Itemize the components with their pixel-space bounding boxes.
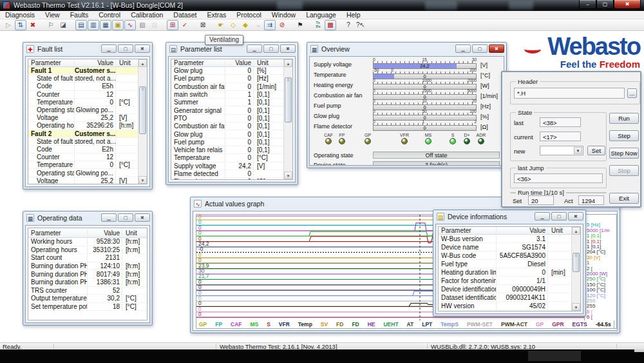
scroll-down-arrow[interactable]: ▼ xyxy=(138,176,147,184)
checkmark-icon[interactable]: ✓ xyxy=(179,20,191,30)
scroll-up-arrow[interactable]: ▲ xyxy=(138,59,147,67)
header-field[interactable]: *.H xyxy=(514,88,625,99)
table-row[interactable]: main switch1[0,1] xyxy=(171,91,283,99)
overview-window-icon[interactable]: ▣ xyxy=(112,20,124,30)
minimize-button[interactable]: ▁ xyxy=(101,44,117,53)
step-forward-icon[interactable]: ◇ xyxy=(227,20,239,30)
menu-item-calibration[interactable]: Calibration xyxy=(126,11,168,19)
browse-button[interactable]: ... xyxy=(627,88,637,98)
resize-grip[interactable] xyxy=(634,349,644,352)
menu-item-diagnosis[interactable]: Diagnosis xyxy=(0,11,40,19)
menu-item-protocol[interactable]: Protocol xyxy=(231,11,267,19)
table-row[interactable]: W-Bus version3.1 xyxy=(439,235,571,243)
table-row[interactable]: HW version45/02 xyxy=(439,302,571,310)
graph-window-icon[interactable]: ∿ xyxy=(124,20,136,30)
menu-item-help[interactable]: Help xyxy=(341,11,366,19)
menu-item-language[interactable]: Language xyxy=(301,11,341,19)
scroll-down-arrow[interactable]: ▼ xyxy=(284,172,292,179)
fault-list-titlebar[interactable]: ✚ Fault list ▁ ▢ ✖ xyxy=(23,43,152,55)
runtime-set-field[interactable]: 20 xyxy=(528,195,554,205)
device-info-window-icon[interactable]: ▧ xyxy=(137,20,148,30)
step-button[interactable]: Step xyxy=(609,130,639,141)
table-row[interactable]: PTO0[0,1] xyxy=(171,115,283,123)
maximize-button[interactable]: ▢ xyxy=(118,44,133,53)
scrollbar-thumb[interactable]: ≡ xyxy=(285,77,292,123)
table-row[interactable]: Voltage25,2[V] xyxy=(28,177,138,184)
scroll-up-arrow[interactable]: ▲ xyxy=(572,227,580,235)
new-state-combobox[interactable]: ▼ xyxy=(540,146,583,155)
run-to-icon[interactable]: ◆ xyxy=(240,20,251,30)
chevron-down-icon[interactable]: ▼ xyxy=(574,147,582,154)
table-row[interactable]: Burning duration PH 6...1386:31[h:m] xyxy=(28,279,147,287)
device-info-window[interactable]: ▤ Device informations ▁ ▢ ✖ ParameterVal… xyxy=(433,210,586,317)
table-row[interactable]: State of faultstored, not a... xyxy=(28,138,138,146)
table-row[interactable]: Fuel pump0[Hz] xyxy=(171,75,283,83)
table-row[interactable]: Factor for shortening of ve...1/1 xyxy=(439,277,571,285)
overview-titlebar[interactable]: ▦ Overview ▁ ▢ ✖ xyxy=(307,43,506,55)
table-row[interactable]: Fault 1Customer s... xyxy=(28,67,138,75)
close-button[interactable]: ✖ xyxy=(568,212,583,221)
add-measurement-icon[interactable]: ⊞ xyxy=(167,20,178,30)
close-button[interactable]: ✖ xyxy=(614,0,641,9)
scroll-up-arrow[interactable]: ▲ xyxy=(284,59,292,67)
table-row[interactable]: Dataset identification num...09003214K11 xyxy=(439,293,571,302)
table-row[interactable]: Fuel pump0[0,1] xyxy=(171,139,283,146)
vertical-scrollbar[interactable]: ▲ ≡ ▼ xyxy=(283,59,292,179)
maximize-button[interactable]: ▢ xyxy=(118,213,133,222)
clear-faults-icon[interactable]: ◪ xyxy=(57,20,69,30)
table-row[interactable]: Flame detected0 xyxy=(171,170,283,178)
table-row[interactable]: Glow plug0[0,1] xyxy=(171,130,283,138)
close-button[interactable]: ✖ xyxy=(280,44,296,53)
vertical-scrollbar[interactable]: ▲ ≡ ▼ xyxy=(138,59,147,184)
table-row[interactable]: Combustion air fan0[0,1] xyxy=(171,123,283,130)
table-row[interactable]: Fuel typeDiesel xyxy=(439,260,571,268)
table-row[interactable]: Heating duration limitation0[min] xyxy=(439,268,571,277)
menu-item-control[interactable]: Control xyxy=(93,11,126,19)
export-icon[interactable]: ⊠ xyxy=(197,20,209,30)
txrx-icon[interactable]: TxRx xyxy=(312,20,324,30)
table-row[interactable]: Operating hours35310:25[h:m] xyxy=(28,246,147,255)
minimize-button[interactable]: ▁ xyxy=(535,212,550,221)
run-button[interactable]: Run xyxy=(609,113,639,124)
table-header[interactable]: ParameterValueUnit xyxy=(171,59,283,67)
table-row[interactable]: Counter12 xyxy=(28,153,138,161)
table-row[interactable]: TRS counter52 xyxy=(28,287,147,295)
flag-icon[interactable]: ⚑ xyxy=(294,20,306,30)
identification-icon[interactable]: ⇅ xyxy=(15,20,26,30)
menu-item-dataset[interactable]: Dataset xyxy=(168,11,202,19)
exit-button[interactable]: Exit xyxy=(609,193,639,204)
maximize-button[interactable]: ▢ xyxy=(263,44,279,53)
table-row[interactable]: Device identification numb...09000049H xyxy=(439,285,571,293)
debug-dialog[interactable]: Debug ✖ Header *.H ... State last <38> c… xyxy=(501,71,641,208)
table-row[interactable]: Flame detector0[Ω] xyxy=(171,178,283,179)
operating-data-window-icon[interactable]: ▦ xyxy=(100,20,111,30)
table-row[interactable]: Burning duration PH 3...8017:49[h:m] xyxy=(28,270,147,279)
table-row[interactable]: Set temperature poten...18[°C] xyxy=(28,303,147,311)
parameter-list-window[interactable]: ▤ Parameter list ▁ ▢ ✖ ParameterValueUni… xyxy=(166,42,298,185)
table-row[interactable]: W-Bus code5A5CF85A3900 xyxy=(439,251,571,260)
table-header[interactable]: ParameterValueUnit xyxy=(28,228,147,238)
help-icon[interactable]: ? xyxy=(343,20,354,30)
dataset-window-icon[interactable]: ▨ xyxy=(149,20,160,30)
table-row[interactable]: Counter12 xyxy=(28,91,138,99)
scrollbar-thumb[interactable]: ≡ xyxy=(139,86,146,134)
minimize-button[interactable]: ▁ xyxy=(455,44,471,53)
table-row[interactable]: Voltage25,2[V] xyxy=(28,114,138,122)
table-row[interactable]: Start count2131 xyxy=(28,254,147,262)
set-button[interactable]: Set xyxy=(587,146,605,155)
minimize-button[interactable]: – xyxy=(579,0,596,9)
next-state-icon[interactable]: → xyxy=(252,20,263,30)
table-header[interactable]: ParameterValueUnit xyxy=(439,227,571,235)
close-button[interactable]: ✖ xyxy=(135,44,150,53)
table-row[interactable]: State of faultstored, not a... xyxy=(28,75,138,83)
table-row[interactable]: Operating hour counter35296:26[h:m] xyxy=(28,122,138,130)
fault-list-window-icon[interactable]: ▤ xyxy=(75,20,87,30)
stop-button[interactable]: Stop xyxy=(609,165,639,176)
menu-item-faults[interactable]: Faults xyxy=(65,11,94,19)
debug-icon[interactable]: ⇉ xyxy=(264,20,276,30)
table-row[interactable]: Supply voltage24,2[V] xyxy=(171,162,283,170)
table-row[interactable]: Vehicle fan relais0[0,1] xyxy=(171,146,283,154)
table-row[interactable]: Operating stateGlowing po... xyxy=(28,169,138,177)
table-row[interactable]: Temperature0[°C] xyxy=(28,161,138,169)
table-row[interactable]: Device nameSG1574 xyxy=(439,243,571,251)
